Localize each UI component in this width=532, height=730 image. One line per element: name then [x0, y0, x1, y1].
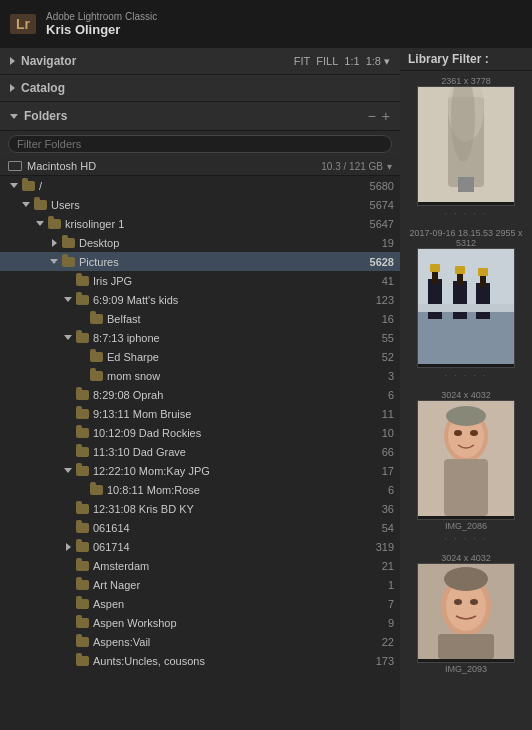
tree-item[interactable]: 6:9:09 Matt's kids123	[0, 290, 400, 309]
tree-item[interactable]: 06161454	[0, 518, 400, 537]
folders-plus[interactable]: +	[382, 108, 390, 124]
navigator-header[interactable]: Navigator FIT FILL 1:1 1:8 ▾	[0, 48, 400, 75]
expand-btn[interactable]	[48, 237, 60, 249]
folder-name: Art Nager	[93, 579, 388, 591]
expand-btn[interactable]	[62, 541, 74, 553]
expand-btn[interactable]	[62, 294, 74, 306]
tree-item[interactable]: 8:7:13 iphone55	[0, 328, 400, 347]
tree-item[interactable]: 10:12:09 Dad Rockies10	[0, 423, 400, 442]
expand-btn[interactable]	[34, 218, 46, 230]
thumbnail-item[interactable]: 3024 x 4032 IMG_2086· · · · ·	[404, 389, 528, 546]
expand-btn	[62, 389, 74, 401]
folder-name: 9:13:11 Mom Bruise	[93, 408, 382, 420]
expand-btn	[62, 408, 74, 420]
tree-item[interactable]: 8:29:08 Oprah6	[0, 385, 400, 404]
folder-count: 7	[388, 598, 394, 610]
nav-fill[interactable]: FILL	[316, 55, 338, 68]
tree-item[interactable]: Aspen7	[0, 594, 400, 613]
folders-triangle	[10, 114, 18, 119]
folder-icon	[76, 276, 89, 286]
left-panel: Navigator FIT FILL 1:1 1:8 ▾ Catalog Fol…	[0, 48, 400, 730]
folder-icon	[48, 219, 61, 229]
folders-header[interactable]: Folders − +	[0, 102, 400, 131]
filter-folders-input[interactable]	[8, 135, 392, 153]
tree-item[interactable]: krisolinger 15647	[0, 214, 400, 233]
svg-point-23	[470, 430, 478, 436]
folder-count: 21	[382, 560, 394, 572]
right-panel: Library Filter : 2361 x 3778 · · · · ·20…	[400, 48, 532, 730]
svg-rect-10	[453, 281, 467, 319]
catalog-header[interactable]: Catalog	[0, 75, 400, 102]
nav-1-1[interactable]: 1:1	[344, 55, 359, 68]
folder-name: Aspen Workshop	[93, 617, 388, 629]
tree-item[interactable]: 12:31:08 Kris BD KY36	[0, 499, 400, 518]
tree-item[interactable]: Pictures5628	[0, 252, 400, 271]
thumbnail-item[interactable]: 3024 x 4032 IMG_2093	[404, 552, 528, 674]
tree-item[interactable]: Art Nager1	[0, 575, 400, 594]
nav-1-8[interactable]: 1:8 ▾	[366, 55, 390, 68]
tree-item[interactable]: Aunts:Uncles, cousons173	[0, 651, 400, 670]
navigator-title: Navigator	[21, 54, 294, 68]
tree-item[interactable]: 061714319	[0, 537, 400, 556]
folder-icon	[76, 561, 89, 571]
tree-item[interactable]: mom snow3	[0, 366, 400, 385]
tree-item[interactable]: 9:13:11 Mom Bruise11	[0, 404, 400, 423]
tree-item[interactable]: 12:22:10 Mom:Kay JPG17	[0, 461, 400, 480]
svg-rect-20	[444, 459, 488, 516]
folder-count: 5647	[370, 218, 394, 230]
folder-name: Belfast	[107, 313, 382, 325]
folder-count: 9	[388, 617, 394, 629]
thumb-file-id: IMG_2093	[445, 664, 487, 674]
app-user: Kris Olinger	[46, 22, 157, 37]
folder-icon	[76, 656, 89, 666]
expand-btn[interactable]	[62, 465, 74, 477]
catalog-title: Catalog	[21, 81, 390, 95]
expand-open-icon	[10, 183, 18, 188]
expand-btn	[76, 484, 88, 496]
navigator-triangle	[10, 57, 15, 65]
expand-open-icon	[22, 202, 30, 207]
folders-minus[interactable]: −	[368, 108, 376, 124]
thumbnail-item[interactable]: 2361 x 3778 · · · · ·	[404, 75, 528, 221]
thumb-file-id: IMG_2086	[445, 521, 487, 531]
folder-icon	[76, 409, 89, 419]
folder-icon	[76, 447, 89, 457]
svg-rect-13	[476, 283, 490, 319]
thumbnail-item[interactable]: 2017-09-16 18.15.53 2955 x 5312 · · · · …	[404, 227, 528, 383]
expand-btn	[62, 655, 74, 667]
folder-name: 11:3:10 Dad Grave	[93, 446, 382, 458]
tree-item[interactable]: Desktop19	[0, 233, 400, 252]
folder-name: Pictures	[79, 256, 370, 268]
volume-arrow[interactable]: ▾	[387, 161, 392, 172]
expand-open-icon	[50, 259, 58, 264]
tree-item[interactable]: /5680	[0, 176, 400, 195]
tree-item[interactable]: 10:8:11 Mom:Rose6	[0, 480, 400, 499]
tree-item[interactable]: Amsterdam21	[0, 556, 400, 575]
nav-fit[interactable]: FIT	[294, 55, 311, 68]
folder-count: 11	[382, 408, 394, 420]
tree-item[interactable]: 11:3:10 Dad Grave66	[0, 442, 400, 461]
expand-btn[interactable]	[62, 332, 74, 344]
tree-item[interactable]: Belfast16	[0, 309, 400, 328]
expand-btn[interactable]	[20, 199, 32, 211]
expand-btn	[76, 313, 88, 325]
library-filter-header: Library Filter :	[400, 48, 532, 71]
folder-icon	[90, 352, 103, 362]
expand-btn	[76, 370, 88, 382]
tree-item[interactable]: Ed Sharpe52	[0, 347, 400, 366]
tree-item[interactable]: Aspens:Vail22	[0, 632, 400, 651]
expand-btn[interactable]	[48, 256, 60, 268]
expand-btn[interactable]	[8, 180, 20, 192]
folder-count: 66	[382, 446, 394, 458]
folder-name: Desktop	[79, 237, 382, 249]
folder-name: 10:8:11 Mom:Rose	[107, 484, 388, 496]
tree-item[interactable]: Aspen Workshop9	[0, 613, 400, 632]
folder-icon	[76, 504, 89, 514]
tree-item[interactable]: Iris JPG41	[0, 271, 400, 290]
expand-btn	[62, 427, 74, 439]
folder-count: 1	[388, 579, 394, 591]
folder-icon	[76, 542, 89, 552]
tree-item[interactable]: Users5674	[0, 195, 400, 214]
folder-count: 22	[382, 636, 394, 648]
expand-btn	[62, 446, 74, 458]
